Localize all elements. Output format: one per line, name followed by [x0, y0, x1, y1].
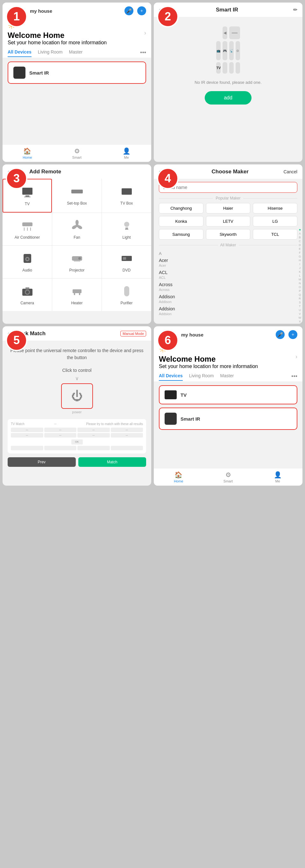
match-button[interactable]: Match [78, 457, 146, 467]
alpha-a[interactable]: A [299, 232, 302, 235]
tab-all-devices[interactable]: All Devices [8, 50, 32, 57]
p6-tab-all[interactable]: All Devices [159, 373, 183, 381]
alpha-star[interactable]: ★ [299, 228, 302, 231]
p6-nav-smart[interactable]: ⚙ Smart [203, 468, 253, 486]
maker-lg[interactable]: LG [253, 216, 297, 226]
p6-welcome-sub: Set your home location for more informat… [159, 364, 258, 369]
device-card-smart-ir[interactable]: Smart IR [8, 62, 146, 84]
mini-ctrl-5: — [11, 433, 43, 437]
maker-across-name[interactable]: Across [159, 281, 297, 288]
maker-skyworth[interactable]: Skyworth [206, 229, 250, 240]
maker-samsung[interactable]: Samsung [159, 229, 203, 240]
tab-master[interactable]: Master [69, 50, 83, 57]
alpha-o[interactable]: O [299, 285, 302, 289]
remote-item-purifier[interactable]: Purifier [102, 279, 151, 311]
tv-name: TV [180, 392, 187, 398]
nav-home[interactable]: 🏠 Home [3, 145, 52, 162]
mini-ctrl-6: — [44, 433, 77, 437]
step-badge-3: 3 [6, 167, 27, 189]
alpha-k[interactable]: K [299, 270, 302, 273]
add-button[interactable]: add [205, 91, 251, 104]
alpha-t[interactable]: T [299, 305, 302, 308]
remote-item-projector[interactable]: Projector [52, 246, 102, 278]
alpha-u[interactable]: U [299, 308, 302, 312]
maker-across-sub: Across [159, 288, 297, 293]
remote-item-tvbox[interactable]: TV Box [102, 179, 151, 213]
p6-more-tabs[interactable]: ••• [291, 373, 297, 381]
remote-item-camera[interactable]: Camera [3, 279, 52, 311]
p6-add-icon[interactable]: ＋ [289, 330, 297, 339]
more-tabs-icon[interactable]: ••• [140, 50, 146, 57]
maker-hisense[interactable]: Hisense [253, 203, 297, 214]
alpha-s[interactable]: S [299, 301, 302, 304]
p5-instruction: Please point the universal remote contro… [8, 347, 146, 361]
maker-acl-name[interactable]: ACL [159, 269, 297, 276]
alpha-w[interactable]: W [299, 316, 302, 319]
maker-addsion-name[interactable]: Addsion [159, 306, 297, 312]
tv-match-section: TV Match ─ Please try to match with thes… [8, 419, 146, 454]
panel5-footer: Prev Match [8, 457, 146, 467]
alpha-i[interactable]: I [299, 262, 302, 266]
alpha-f[interactable]: F [299, 251, 302, 254]
svg-rect-15 [125, 229, 128, 230]
ac-icon [21, 219, 34, 232]
edit-icon[interactable]: ✏ [293, 7, 297, 13]
p6-device-list: TV Smart IR [154, 381, 302, 434]
svg-rect-14 [126, 227, 128, 229]
p6-nav-me[interactable]: 👤 Me [253, 468, 302, 486]
brand-search-input[interactable] [159, 182, 297, 193]
remote-item-audio[interactable]: Audio [3, 246, 52, 278]
panel4-title: Choose Maker [212, 168, 249, 175]
manual-mode-button[interactable]: Manual Mode [120, 331, 146, 337]
alpha-n[interactable]: N [299, 282, 302, 285]
tab-living-room[interactable]: Living Room [38, 50, 63, 57]
cancel-button[interactable]: Cancel [283, 169, 297, 174]
alpha-g[interactable]: G [299, 255, 302, 258]
alpha-d[interactable]: D [299, 243, 302, 247]
panel-3: 3 ‹ Add Remote TV Set-top Box [3, 164, 151, 324]
microphone-icon[interactable]: 🎤 [125, 6, 133, 15]
remote-item-settop[interactable]: Set-top Box [52, 179, 102, 213]
heater-icon [70, 284, 84, 298]
remote-item-light[interactable]: Light [102, 213, 151, 245]
remote-item-fan[interactable]: Fan [52, 213, 102, 245]
alpha-j[interactable]: J [299, 267, 302, 270]
remote-item-heater[interactable]: Heater [52, 279, 102, 311]
remote-label-projector: Projector [69, 268, 84, 273]
svg-rect-1 [26, 195, 29, 196]
device-card-smartir-6[interactable]: Smart IR [159, 408, 297, 430]
maker-addison-name[interactable]: Addison [159, 293, 297, 300]
maker-haier[interactable]: Haier [206, 203, 250, 214]
p6-tab-living[interactable]: Living Room [189, 373, 214, 381]
prev-button[interactable]: Prev [8, 457, 76, 467]
alpha-h[interactable]: H [299, 259, 302, 262]
p6-nav-home[interactable]: 🏠 Home [154, 468, 203, 486]
nav-me[interactable]: 👤 Me [102, 145, 151, 162]
remote-item-dvd[interactable]: DVD [102, 246, 151, 278]
alpha-r[interactable]: R [299, 297, 302, 300]
alpha-b[interactable]: B [299, 236, 302, 239]
p6-tab-master[interactable]: Master [220, 373, 234, 381]
maker-changhong[interactable]: Changhong [159, 203, 203, 214]
maker-acer-name[interactable]: Acer [159, 257, 297, 264]
device-card-tv[interactable]: TV [159, 385, 297, 404]
alpha-e[interactable]: E [299, 247, 302, 250]
remote-item-ac[interactable]: Air Conditioner [3, 213, 52, 245]
p6-mic-icon[interactable]: 🎤 [276, 330, 284, 339]
alpha-l[interactable]: L [299, 274, 302, 277]
alpha-p[interactable]: P [299, 289, 302, 292]
power-button[interactable]: ⏻ [61, 383, 93, 409]
alpha-x[interactable]: X [299, 320, 302, 323]
maker-konka[interactable]: Konka [159, 216, 203, 226]
alpha-m[interactable]: M [299, 278, 302, 281]
add-device-icon[interactable]: ＋ [137, 6, 146, 15]
maker-tcl[interactable]: TCL [253, 229, 297, 240]
ok-button-mini[interactable]: OK [71, 439, 83, 444]
nav-smart[interactable]: ⚙ Smart [52, 145, 102, 162]
alpha-q[interactable]: Q [299, 293, 302, 296]
svg-point-10 [75, 220, 79, 225]
maker-letv[interactable]: LETV [206, 216, 250, 226]
alpha-v[interactable]: V [299, 312, 302, 315]
popular-maker-grid: Changhong Haier Hisense Konka LETV LG Sa… [159, 203, 297, 240]
alpha-c[interactable]: C [299, 240, 302, 243]
